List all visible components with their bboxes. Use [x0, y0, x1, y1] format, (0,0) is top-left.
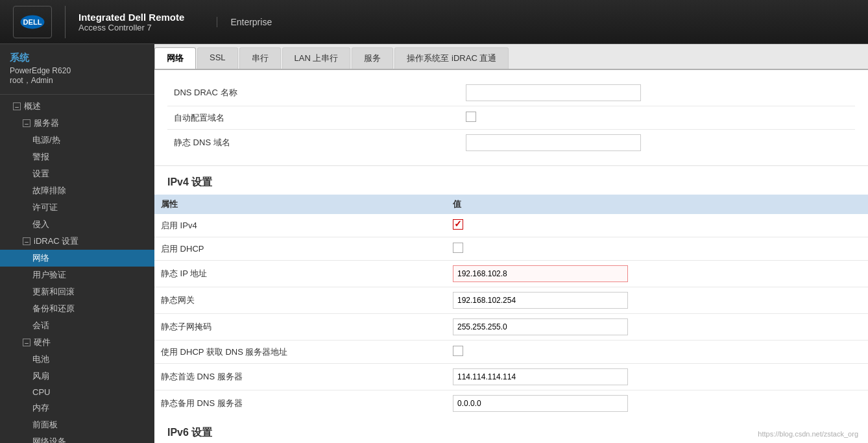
sidebar-item-alert[interactable]: 警报	[0, 149, 154, 165]
sidebar-label-fan: 风扇	[32, 370, 49, 382]
app-title-line1: Integrated Dell Remote	[78, 12, 184, 23]
sidebar-item-overview[interactable]: – 概述	[0, 98, 154, 115]
sidebar-item-user-auth[interactable]: 用户验证	[0, 267, 154, 283]
auto-domain-label: 自动配置域名	[174, 112, 466, 124]
tab-lan-serial[interactable]: LAN 上串行	[282, 47, 351, 69]
static-ip-input[interactable]	[453, 265, 628, 282]
dhcp-dns-row: 使用 DHCP 获取 DNS 服务器地址	[154, 341, 868, 364]
sidebar-label-network-device: 网络设备	[32, 436, 66, 443]
dhcp-dns-label: 使用 DHCP 获取 DNS 服务器地址	[161, 346, 453, 358]
static-ip-label: 静态 IP 地址	[161, 268, 453, 280]
auto-domain-row: 自动配置域名	[167, 106, 855, 130]
sidebar-header: 系统 PowerEdge R620 root，Admin	[0, 44, 154, 95]
static-gateway-label: 静态网关	[161, 294, 453, 306]
header-divider	[65, 6, 66, 38]
sidebar-item-network-device[interactable]: 网络设备	[0, 433, 154, 443]
tab-ssl[interactable]: SSL	[197, 47, 238, 69]
sidebar-item-troubleshoot[interactable]: 故障排除	[0, 182, 154, 199]
tab-os-idrac[interactable]: 操作系统至 iDRAC 直通	[394, 47, 509, 69]
dns-drac-input[interactable]	[466, 84, 641, 101]
static-gateway-input[interactable]	[453, 292, 628, 309]
tab-network[interactable]: 网络	[154, 47, 196, 69]
sidebar-item-idrac-settings[interactable]: – iDRAC 设置	[0, 233, 154, 250]
enable-dhcp-label: 启用 DHCP	[161, 243, 453, 255]
enable-dhcp-row: 启用 DHCP	[154, 237, 868, 261]
backup-dns-label: 静态备用 DNS 服务器	[161, 398, 453, 409]
sidebar-item-network[interactable]: 网络	[0, 250, 154, 267]
tab-serial-label: 串行	[252, 53, 269, 63]
sidebar-label-troubleshoot: 故障排除	[32, 185, 66, 197]
tab-os-idrac-label: 操作系统至 iDRAC 直通	[407, 53, 496, 63]
content-body: DNS DRAC 名称 自动配置域名 静态 DNS 域名	[154, 70, 868, 443]
sidebar-item-session[interactable]: 会话	[0, 317, 154, 334]
sidebar-tree: – 概述 – 服务器 电源/热 警报 设置 故障排除 许可证	[0, 95, 154, 443]
sidebar-item-intrusion[interactable]: 侵入	[0, 216, 154, 233]
edition-label: Enterprise	[217, 17, 272, 27]
sidebar-item-hardware[interactable]: – 硬件	[0, 334, 154, 351]
static-gateway-value	[453, 292, 862, 309]
main-layout: 系统 PowerEdge R620 root，Admin – 概述 – 服务器 …	[0, 44, 868, 443]
primary-dns-input[interactable]	[453, 368, 628, 385]
sidebar-item-power-heat[interactable]: 电源/热	[0, 132, 154, 149]
sidebar-item-server[interactable]: – 服务器	[0, 115, 154, 132]
toggle-hardware[interactable]: –	[23, 339, 30, 346]
sidebar-item-battery[interactable]: 电池	[0, 351, 154, 368]
dns-drac-row: DNS DRAC 名称	[167, 80, 855, 106]
sidebar-item-cpu[interactable]: CPU	[0, 385, 154, 400]
ipv4-section: IPv4 设置 属性 值 启用 IPv4 启用 DHCP	[154, 166, 868, 416]
static-dns-domain-row: 静态 DNS 域名	[167, 130, 855, 156]
dhcp-dns-checkbox[interactable]	[453, 346, 463, 356]
sidebar-item-fan[interactable]: 风扇	[0, 368, 154, 385]
toggle-server[interactable]: –	[23, 119, 30, 127]
sidebar-label-network: 网络	[32, 252, 49, 264]
tab-serial[interactable]: 串行	[239, 47, 281, 69]
sidebar-label-power-heat: 电源/热	[32, 134, 60, 146]
sidebar-label-session: 会话	[32, 320, 49, 331]
enable-ipv4-row: 启用 IPv4	[154, 214, 868, 237]
enable-dhcp-checkbox[interactable]	[453, 243, 463, 253]
sidebar-label-intrusion: 侵入	[32, 219, 49, 230]
sidebar-item-update-rollback[interactable]: 更新和回滚	[0, 283, 154, 300]
enable-ipv4-checkbox[interactable]	[453, 219, 463, 230]
sidebar-label-cpu: CPU	[32, 387, 50, 397]
svg-text:DELL: DELL	[23, 18, 42, 26]
dns-section: DNS DRAC 名称 自动配置域名 静态 DNS 域名	[154, 70, 868, 166]
primary-dns-label: 静态首选 DNS 服务器	[161, 371, 453, 383]
toggle-idrac[interactable]: –	[23, 237, 30, 245]
static-dns-domain-input[interactable]	[466, 134, 641, 151]
backup-dns-input[interactable]	[453, 395, 628, 412]
user-info: root，Admin	[10, 75, 145, 86]
content-area: 网络 SSL 串行 LAN 上串行 服务 操作系统至 iDRAC 直通	[154, 44, 868, 443]
tab-bar: 网络 SSL 串行 LAN 上串行 服务 操作系统至 iDRAC 直通	[154, 44, 868, 70]
toggle-overview[interactable]: –	[13, 102, 21, 110]
sidebar-label-settings: 设置	[32, 168, 49, 180]
sidebar-label-license: 许可证	[32, 202, 58, 213]
static-subnet-value	[453, 318, 862, 335]
tab-lan-serial-label: LAN 上串行	[295, 53, 339, 63]
sidebar-item-front-panel[interactable]: 前面板	[0, 416, 154, 433]
sidebar-label-update-rollback: 更新和回滚	[32, 286, 75, 298]
sidebar-label-battery: 电池	[32, 353, 49, 365]
watermark: https://blog.csdn.net/zstack_org	[758, 430, 858, 438]
static-dns-domain-value	[466, 134, 849, 151]
app-title-line2: Access Controller 7	[78, 23, 204, 32]
auto-domain-value	[466, 112, 849, 124]
sidebar-item-settings[interactable]: 设置	[0, 165, 154, 182]
tab-network-label: 网络	[167, 53, 184, 63]
static-ip-row: 静态 IP 地址	[154, 261, 868, 287]
enable-dhcp-value	[453, 243, 862, 255]
dns-drac-label: DNS DRAC 名称	[174, 87, 466, 99]
sidebar-item-backup-restore[interactable]: 备份和还原	[0, 300, 154, 317]
sidebar-item-memory[interactable]: 内存	[0, 400, 154, 416]
tab-service-label: 服务	[364, 53, 381, 63]
auto-domain-checkbox[interactable]	[466, 112, 476, 122]
server-name: PowerEdge R620	[10, 66, 145, 75]
sidebar-label-front-panel: 前面板	[32, 419, 58, 431]
static-subnet-input[interactable]	[453, 318, 628, 335]
sidebar: 系统 PowerEdge R620 root，Admin – 概述 – 服务器 …	[0, 44, 154, 443]
sidebar-label-server: 服务器	[34, 117, 59, 129]
header-title-block: Integrated Dell Remote Access Controller…	[78, 12, 204, 32]
sidebar-item-license[interactable]: 许可证	[0, 199, 154, 216]
tab-service[interactable]: 服务	[352, 47, 393, 69]
enable-ipv4-value	[453, 219, 862, 232]
